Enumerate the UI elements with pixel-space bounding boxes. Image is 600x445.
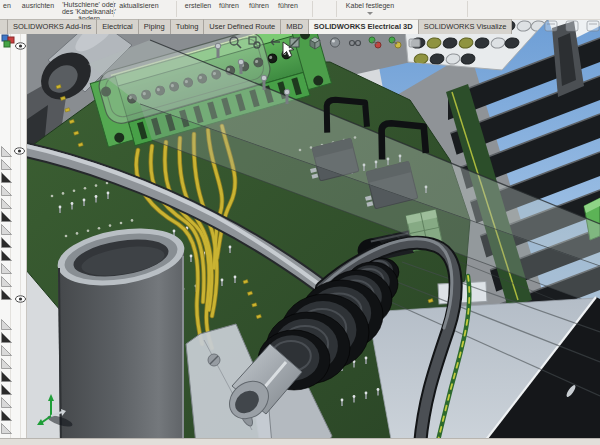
ribbon-separator xyxy=(336,1,337,17)
options-icon[interactable] xyxy=(408,35,422,50)
electrical-connector-icon[interactable] xyxy=(388,35,402,50)
eye-icon[interactable] xyxy=(15,36,26,44)
display-state-triangle-icon[interactable] xyxy=(1,182,12,193)
display-state-triangle-icon[interactable] xyxy=(1,342,12,353)
display-state-triangle-icon[interactable] xyxy=(1,407,12,418)
display-state-triangle-icon[interactable] xyxy=(1,169,12,180)
display-state-triangle-icon[interactable] xyxy=(1,208,12,219)
tab-piping[interactable]: Piping xyxy=(139,19,171,34)
pane-divider xyxy=(20,33,21,438)
hide-show-icon[interactable] xyxy=(348,35,362,50)
display-state-triangle-icon[interactable] xyxy=(1,273,12,284)
heads-up-view-toolbar xyxy=(228,35,422,51)
eye-icon[interactable] xyxy=(15,289,26,297)
electrical-route-icon[interactable] xyxy=(368,35,382,50)
zoom-fit-icon[interactable] xyxy=(228,35,242,50)
display-state-triangle-icon[interactable] xyxy=(1,195,12,206)
previous-view-icon[interactable] xyxy=(268,35,282,50)
display-state-triangle-icon[interactable] xyxy=(1,286,12,297)
command-manager-tabs: SOLIDWORKS Add-Ins Electrical Piping Tub… xyxy=(0,19,512,33)
tab-tubing[interactable]: Tubing xyxy=(171,19,205,34)
tab-mbd[interactable]: MBD xyxy=(281,19,309,34)
tab-partial[interactable] xyxy=(0,19,8,34)
display-state-triangle-icon[interactable] xyxy=(1,156,12,167)
ribbon-separator xyxy=(467,1,468,17)
display-state-triangle-icon[interactable] xyxy=(1,247,12,258)
display-state-triangle-icon[interactable] xyxy=(1,260,12,271)
ribbon-button-fuehren-3[interactable]: führen xyxy=(268,2,308,9)
display-state-triangle-icon[interactable] xyxy=(1,394,12,405)
electrical-parts-icon[interactable] xyxy=(1,34,15,48)
status-bar-edge xyxy=(0,438,600,445)
graphics-area[interactable] xyxy=(0,0,600,445)
eye-icon[interactable] xyxy=(14,141,25,149)
ribbon-button-ausrichten[interactable]: ausrichten xyxy=(13,2,63,9)
ribbon-button-aktualisieren[interactable]: aktualisieren xyxy=(109,2,169,9)
display-state-triangle-icon[interactable] xyxy=(1,381,12,392)
tab-solidworks-electrical-3d[interactable]: SOLIDWORKS Electrical 3D xyxy=(309,19,419,34)
feature-tree-display-pane xyxy=(0,33,27,438)
display-state-triangle-icon[interactable] xyxy=(1,368,12,379)
ribbon-separator xyxy=(176,1,177,17)
enclosure-cylinder[interactable] xyxy=(54,220,189,445)
ribbon: en ausrichten 'Hutschiene' oder des 'Kab… xyxy=(0,0,600,20)
display-state-triangle-icon[interactable] xyxy=(1,234,12,245)
tab-user-defined-route[interactable]: User Defined Route xyxy=(204,19,281,34)
ribbon-button-fragment[interactable]: en xyxy=(1,2,13,9)
display-state-triangle-icon[interactable] xyxy=(1,420,12,431)
ribbon-separator xyxy=(113,1,114,17)
ghost-window-icons xyxy=(545,21,599,31)
view-orientation-icon[interactable] xyxy=(308,35,322,50)
display-state-triangle-icon[interactable] xyxy=(1,316,12,327)
zoom-area-icon[interactable] xyxy=(248,35,262,50)
display-state-triangle-icon[interactable] xyxy=(1,329,12,340)
display-state-triangle-icon[interactable] xyxy=(1,355,12,366)
display-state-triangle-icon[interactable] xyxy=(1,221,12,232)
display-state-triangle-icon[interactable] xyxy=(1,143,12,154)
ribbon-button-kabel-festlegen[interactable]: Kabel festlegen xyxy=(335,2,405,9)
tab-electrical[interactable]: Electrical xyxy=(97,19,138,34)
section-view-icon[interactable] xyxy=(288,35,302,50)
tab-solidworks-add-ins[interactable]: SOLIDWORKS Add-Ins xyxy=(8,19,97,34)
dropdown-arrow-icon[interactable] xyxy=(367,12,373,15)
display-style-icon[interactable] xyxy=(328,35,342,50)
tab-solidworks-visualize[interactable]: SOLIDWORKS Visualize xyxy=(419,19,513,34)
ribbon-separator xyxy=(312,1,313,17)
